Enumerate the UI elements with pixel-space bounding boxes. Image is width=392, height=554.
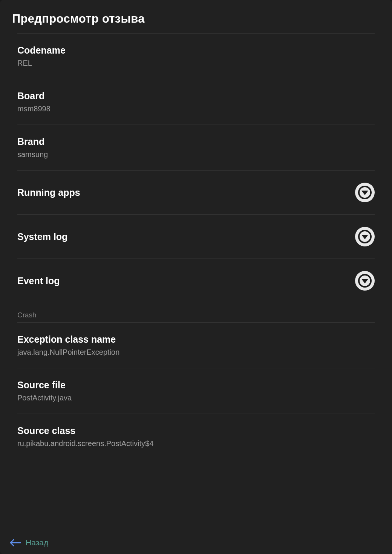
item-label: Board [17,91,375,102]
item-value: PostActivity.java [17,394,375,402]
item-label: Brand [17,136,375,147]
expand-button[interactable] [355,227,375,246]
footer: Назад [0,531,392,554]
expandable-label: Running apps [17,187,80,198]
back-label: Назад [26,538,48,547]
crash-section: Crash Exception class name java.lang.Nul… [17,303,375,459]
section-header-crash: Crash [17,303,375,322]
page-title: Предпросмотр отзыва [12,12,380,26]
arrow-left-icon [9,538,21,547]
header: Предпросмотр отзыва [0,0,392,33]
content-area: Codename REL Board msm8998 Brand samsung… [0,33,392,531]
back-button[interactable]: Назад [9,538,48,547]
expandable-label: Event log [17,275,60,286]
item-label: Source class [17,425,375,436]
info-item-board: Board msm8998 [17,79,375,125]
item-value: java.lang.NullPointerException [17,348,375,357]
chevron-down-icon [358,230,372,243]
feedback-preview-panel: Предпросмотр отзыва Codename REL Board m… [0,0,392,554]
expandable-event-log[interactable]: Event log [17,259,375,303]
item-value: REL [17,59,375,68]
expandable-running-apps[interactable]: Running apps [17,170,375,214]
item-value: msm8998 [17,105,375,113]
item-value: samsung [17,150,375,159]
info-item-codename: Codename REL [17,33,375,79]
item-value: ru.pikabu.android.screens.PostActivity$4 [17,439,375,448]
expand-button[interactable] [355,271,375,291]
item-label: Exception class name [17,334,375,345]
crash-item-source-file: Source file PostActivity.java [17,368,375,414]
chevron-down-icon [358,274,372,288]
item-label: Source file [17,380,375,391]
item-label: Codename [17,45,375,56]
crash-item-source-class: Source class ru.pikabu.android.screens.P… [17,414,375,459]
expandable-system-log[interactable]: System log [17,214,375,259]
chevron-down-icon [358,186,372,199]
info-item-brand: Brand samsung [17,125,375,170]
expandable-label: System log [17,231,67,242]
crash-item-exception-class: Exception class name java.lang.NullPoint… [17,322,375,368]
expand-button[interactable] [355,183,375,202]
